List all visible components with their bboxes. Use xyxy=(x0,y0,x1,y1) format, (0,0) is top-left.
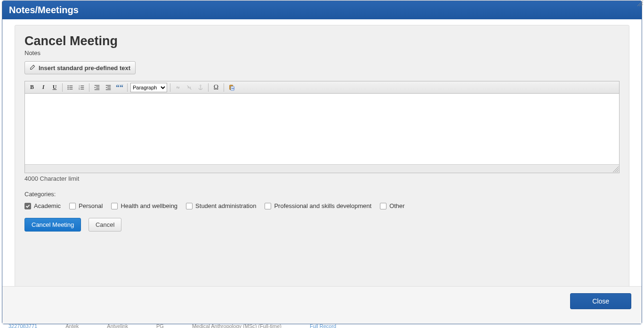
toolbar-separator xyxy=(127,83,128,92)
blockquote-button[interactable]: ““ xyxy=(115,83,124,92)
categories-row: AcademicPersonalHealth and wellbeingStud… xyxy=(24,202,620,209)
link-button[interactable] xyxy=(173,83,183,92)
svg-point-0 xyxy=(67,85,68,86)
category-academic[interactable]: Academic xyxy=(24,202,61,209)
cancel-meeting-button[interactable]: Cancel Meeting xyxy=(24,218,81,232)
close-button[interactable]: Close xyxy=(570,293,631,309)
insert-predefined-text-button[interactable]: Insert standard pre-defined text xyxy=(24,61,136,74)
checkbox[interactable] xyxy=(265,203,271,209)
svg-rect-14 xyxy=(96,88,99,88)
svg-point-20 xyxy=(200,85,201,86)
numbered-list-icon: 123 xyxy=(78,84,85,91)
editor-status-bar xyxy=(25,164,619,173)
toolbar-separator xyxy=(208,83,209,92)
modal-scroll-area[interactable]: Cancel Meeting Notes Insert standard pre… xyxy=(2,19,642,286)
editor-toolbar: B I U 123 xyxy=(25,81,619,94)
underline-button[interactable]: U xyxy=(50,83,59,92)
italic-icon: I xyxy=(42,84,45,91)
svg-rect-1 xyxy=(69,85,72,86)
italic-button[interactable]: I xyxy=(39,83,48,92)
ordered-list-button[interactable]: 123 xyxy=(77,83,86,92)
svg-point-4 xyxy=(67,88,68,89)
toolbar-separator xyxy=(224,83,224,92)
format-select[interactable]: Paragraph xyxy=(130,83,167,92)
bold-icon: B xyxy=(30,84,34,91)
anchor-icon xyxy=(197,84,204,91)
modal-title: Notes/Meetings xyxy=(9,5,79,15)
checkbox[interactable] xyxy=(24,203,31,209)
categories-label: Categories: xyxy=(24,191,620,198)
action-bar: Cancel Meeting Cancel xyxy=(24,218,620,232)
svg-rect-13 xyxy=(96,86,99,87)
category-personal[interactable]: Personal xyxy=(69,202,103,209)
category-label: Personal xyxy=(79,202,103,209)
indent-button[interactable] xyxy=(104,83,113,92)
category-label: Student administration xyxy=(195,202,256,209)
svg-rect-12 xyxy=(95,85,100,85)
paste-from-word-button[interactable]: W xyxy=(227,83,236,92)
svg-rect-7 xyxy=(80,85,84,86)
editor-resize-handle[interactable] xyxy=(613,167,619,172)
modal-resize-handle[interactable] xyxy=(637,0,643,6)
outdent-icon xyxy=(94,84,100,91)
svg-rect-15 xyxy=(95,89,100,89)
modal-header: Notes/Meetings xyxy=(2,1,642,19)
content-panel: Cancel Meeting Notes Insert standard pre… xyxy=(15,25,629,286)
svg-rect-5 xyxy=(69,88,72,89)
svg-rect-17 xyxy=(107,86,111,87)
cancel-button[interactable]: Cancel xyxy=(89,218,121,232)
unordered-list-button[interactable] xyxy=(65,83,75,92)
unlink-button[interactable] xyxy=(185,83,194,92)
notes-textarea[interactable] xyxy=(25,94,619,164)
anchor-button[interactable] xyxy=(196,83,205,92)
bold-button[interactable]: B xyxy=(27,83,37,92)
category-label: Professional and skills development xyxy=(274,202,371,209)
underline-icon: U xyxy=(53,84,57,91)
link-icon xyxy=(175,84,181,91)
rich-text-editor: B I U 123 xyxy=(24,81,620,173)
svg-rect-18 xyxy=(107,88,111,88)
page-title: Cancel Meeting xyxy=(24,34,620,48)
svg-text:W: W xyxy=(232,87,234,90)
notes-label: Notes xyxy=(24,49,620,56)
category-label: Academic xyxy=(34,202,61,209)
checkbox[interactable] xyxy=(380,203,386,209)
svg-rect-16 xyxy=(106,85,111,85)
checkbox[interactable] xyxy=(186,203,193,209)
indent-icon xyxy=(105,84,112,91)
category-professional-and-skills-development[interactable]: Professional and skills development xyxy=(265,202,371,209)
svg-rect-3 xyxy=(69,87,72,88)
svg-rect-9 xyxy=(80,87,84,88)
toolbar-separator xyxy=(89,83,89,92)
bulleted-list-icon xyxy=(67,84,73,91)
category-health-and-wellbeing[interactable]: Health and wellbeing xyxy=(111,202,177,209)
svg-rect-11 xyxy=(80,88,84,89)
unlink-icon xyxy=(186,84,193,91)
modal-dialog: Notes/Meetings Cancel Meeting Notes Inse… xyxy=(2,0,642,324)
checkbox[interactable] xyxy=(69,203,76,209)
svg-point-2 xyxy=(67,87,68,88)
toolbar-separator xyxy=(62,83,63,92)
edit-icon xyxy=(30,64,36,72)
insert-button-label: Insert standard pre-defined text xyxy=(39,64,130,72)
category-student-administration[interactable]: Student administration xyxy=(186,202,256,209)
category-label: Health and wellbeing xyxy=(121,202,177,209)
modal-footer: Close xyxy=(2,286,642,324)
category-label: Other xyxy=(389,202,405,209)
character-limit-label: 4000 Character limit xyxy=(24,175,620,182)
svg-rect-19 xyxy=(106,89,111,89)
outdent-button[interactable] xyxy=(92,83,102,92)
paste-word-icon: W xyxy=(228,84,235,91)
checkbox[interactable] xyxy=(111,203,118,209)
category-other[interactable]: Other xyxy=(380,202,405,209)
svg-text:3: 3 xyxy=(79,88,80,90)
toolbar-separator xyxy=(170,83,170,92)
modal-body: Cancel Meeting Notes Insert standard pre… xyxy=(2,19,642,324)
special-char-button[interactable]: Ω xyxy=(211,83,221,92)
